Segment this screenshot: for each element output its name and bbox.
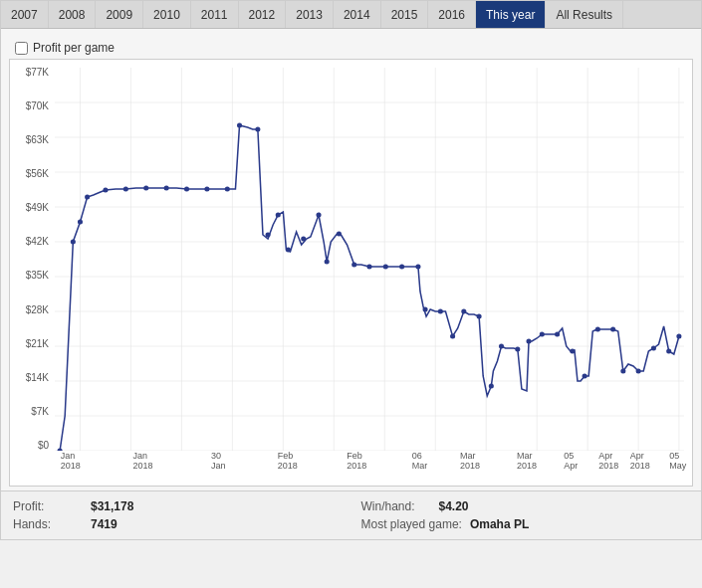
svg-point-36 [237, 123, 242, 128]
x-label-05apr: 05Apr [564, 451, 578, 471]
svg-point-28 [85, 195, 90, 200]
y-label-63k: $63K [26, 135, 49, 145]
main-container: 2007 2008 2009 2010 2011 2012 2013 2014 … [0, 0, 702, 540]
most-played-value: Omaha PL [470, 517, 529, 531]
svg-point-30 [123, 187, 128, 192]
profit-per-game-checkbox[interactable] [15, 42, 28, 55]
tab-2007[interactable]: 2007 [1, 1, 49, 28]
svg-point-42 [316, 213, 321, 218]
x-label-jan1: Jan2018 [61, 451, 81, 471]
tab-2013[interactable]: 2013 [286, 1, 334, 28]
tab-2014[interactable]: 2014 [334, 1, 381, 28]
y-label-77k: $77K [26, 68, 49, 78]
x-label-apr1: Apr2018 [598, 451, 618, 471]
svg-point-69 [676, 334, 681, 339]
x-label-05may: 05May [669, 451, 686, 471]
y-label-56k: $56K [26, 169, 49, 179]
profit-row: Profit: $31,178 [13, 499, 342, 513]
svg-point-62 [583, 374, 587, 379]
hands-label: Hands: [13, 517, 83, 531]
win-hand-label: Win/hand: [361, 499, 431, 513]
svg-point-35 [225, 187, 230, 192]
x-axis: Jan2018 Jan2018 30Jan Feb2018 Feb2018 06… [55, 451, 684, 484]
year-tabs: 2007 2008 2009 2010 2011 2012 2013 2014 … [1, 1, 701, 29]
chart-wrapper: $77K $70K $63K $56K $49K $42K $35K $28K … [9, 59, 693, 487]
svg-point-65 [620, 369, 625, 374]
hands-row: Hands: 7419 [13, 517, 342, 531]
tab-2012[interactable]: 2012 [239, 1, 287, 28]
tab-2011[interactable]: 2011 [191, 1, 239, 28]
svg-point-52 [450, 334, 455, 339]
x-label-06mar: 06Mar [412, 451, 428, 471]
svg-point-34 [204, 187, 209, 192]
y-label-7k: $7K [31, 407, 49, 417]
svg-point-31 [143, 186, 148, 191]
svg-point-54 [477, 314, 482, 319]
hands-value: 7419 [91, 517, 117, 531]
svg-point-48 [399, 265, 404, 270]
svg-point-45 [351, 263, 356, 268]
svg-point-41 [301, 237, 306, 242]
tab-all-results[interactable]: All Results [546, 1, 623, 28]
svg-point-47 [383, 265, 388, 270]
y-label-14k: $14K [26, 373, 49, 383]
most-played-row: Most played game: Omaha PL [361, 517, 690, 531]
svg-point-44 [337, 232, 342, 237]
profit-per-game-checkbox-row: Profit per game [15, 41, 697, 55]
svg-point-49 [415, 265, 420, 270]
y-label-28k: $28K [26, 305, 49, 315]
svg-point-32 [164, 186, 169, 191]
svg-point-58 [526, 339, 531, 344]
svg-point-33 [184, 187, 189, 192]
svg-point-38 [266, 233, 271, 238]
svg-point-40 [286, 248, 291, 253]
svg-point-59 [540, 332, 545, 337]
y-label-21k: $21K [26, 339, 49, 349]
x-label-jan2: Jan2018 [132, 451, 152, 471]
svg-point-68 [666, 349, 671, 354]
win-hand-row: Win/hand: $4.20 [361, 499, 690, 513]
svg-point-61 [570, 349, 575, 354]
profit-value: $31,178 [91, 499, 133, 513]
profit-label: Profit: [13, 499, 83, 513]
x-label-feb1: Feb2018 [278, 451, 298, 471]
tab-2008[interactable]: 2008 [49, 1, 97, 28]
y-label-35k: $35K [26, 271, 49, 281]
x-label-feb2: Feb2018 [347, 451, 366, 471]
svg-point-56 [499, 344, 504, 349]
tab-2009[interactable]: 2009 [96, 1, 143, 28]
profit-per-game-label: Profit per game [33, 41, 115, 55]
svg-point-46 [366, 265, 371, 270]
svg-point-53 [461, 309, 466, 314]
y-label-0: $0 [38, 441, 49, 451]
stats-footer: Profit: $31,178 Win/hand: $4.20 Hands: 7… [1, 490, 701, 539]
svg-point-37 [255, 127, 260, 132]
svg-point-57 [515, 347, 520, 352]
win-hand-value: $4.20 [439, 499, 469, 513]
tab-2015[interactable]: 2015 [381, 1, 429, 28]
svg-point-60 [555, 332, 560, 337]
x-label-mar2: Mar2018 [517, 451, 537, 471]
svg-point-27 [78, 220, 83, 225]
svg-point-29 [103, 188, 108, 193]
tab-this-year[interactable]: This year [476, 1, 546, 28]
svg-point-64 [610, 327, 615, 332]
svg-point-51 [438, 309, 443, 314]
x-label-30jan: 30Jan [211, 451, 226, 471]
x-label-mar1: Mar2018 [460, 451, 480, 471]
y-axis: $77K $70K $63K $56K $49K $42K $35K $28K … [10, 68, 53, 451]
chart-section: Profit per game $77K $70K $63K $56K $49K… [1, 29, 701, 490]
x-label-apr2: Apr2018 [630, 451, 650, 471]
tab-2010[interactable]: 2010 [143, 1, 191, 28]
y-label-42k: $42K [26, 237, 49, 247]
svg-point-43 [325, 260, 330, 265]
y-label-70k: $70K [26, 101, 49, 111]
chart-svg [55, 68, 684, 451]
svg-rect-0 [55, 68, 684, 451]
tab-2016[interactable]: 2016 [428, 1, 476, 28]
svg-point-26 [71, 240, 76, 245]
svg-point-39 [276, 213, 281, 218]
svg-point-67 [651, 346, 656, 351]
y-label-49k: $49K [26, 203, 49, 213]
most-played-label: Most played game: [361, 517, 462, 531]
